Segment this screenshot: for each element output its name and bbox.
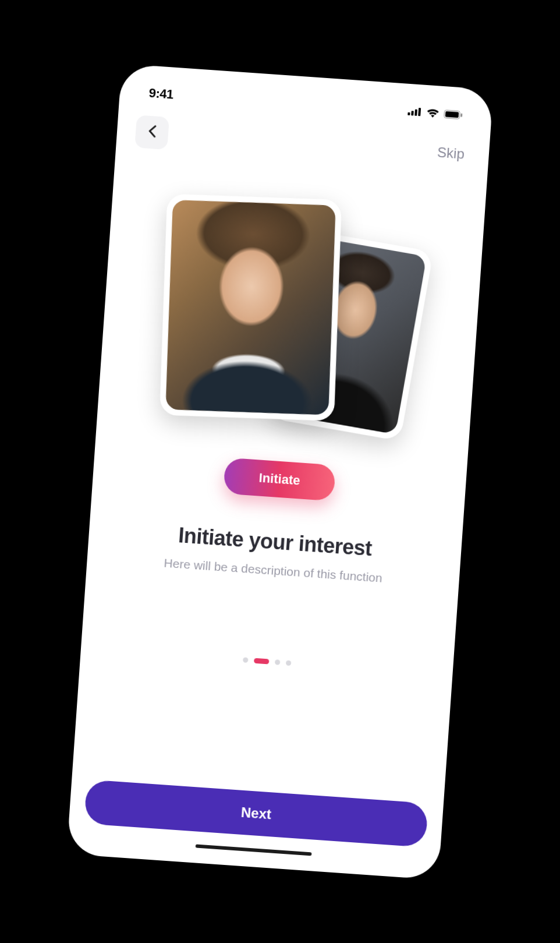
home-indicator[interactable]	[196, 844, 312, 856]
svg-rect-3	[418, 108, 421, 116]
skip-button[interactable]: Skip	[437, 144, 465, 162]
battery-icon	[444, 109, 463, 119]
profile-card-left	[160, 193, 342, 421]
wifi-icon	[426, 108, 440, 118]
page-indicator	[96, 647, 438, 676]
svg-rect-1	[411, 111, 414, 115]
initiate-button[interactable]: Initiate	[223, 457, 336, 501]
hero-photos	[111, 188, 470, 455]
svg-rect-2	[414, 109, 417, 115]
svg-rect-6	[460, 113, 462, 116]
status-icons	[407, 106, 463, 119]
page-dot-0[interactable]	[243, 657, 249, 663]
page-dot-2[interactable]	[274, 659, 280, 665]
page-dot-3[interactable]	[285, 660, 291, 666]
chevron-left-icon	[147, 124, 157, 140]
status-time: 9:41	[148, 85, 174, 102]
screen: 9:41 Skip	[66, 63, 493, 880]
next-button[interactable]: Next	[84, 779, 428, 847]
profile-photo-male	[165, 200, 335, 415]
svg-rect-5	[445, 111, 459, 118]
cellular-signal-icon	[407, 107, 422, 116]
phone-frame: 9:41 Skip	[66, 63, 493, 880]
back-button[interactable]	[134, 115, 169, 150]
svg-rect-0	[407, 112, 410, 115]
page-dot-1[interactable]	[253, 658, 269, 664]
